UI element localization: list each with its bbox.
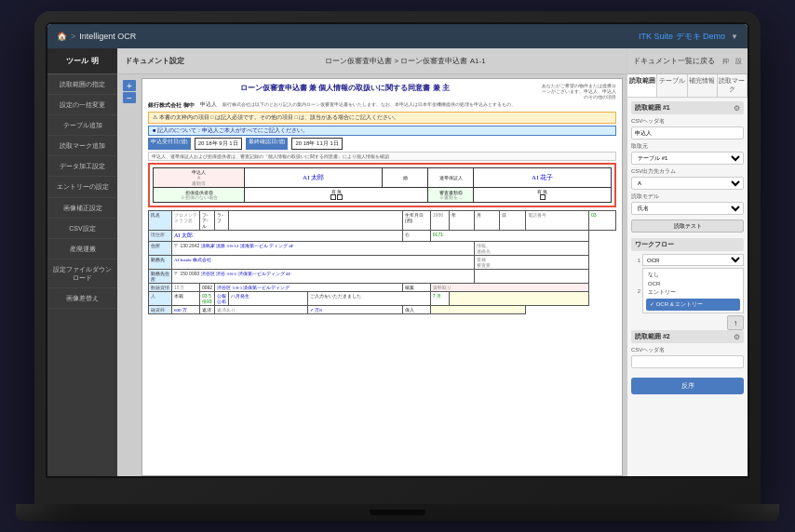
home-icon[interactable]: 🏠 (57, 32, 67, 41)
apply-button[interactable]: 反序 (631, 378, 744, 394)
extraction-1-header: 読取範囲 #1 ⚙ (631, 101, 744, 114)
sidebar-item-add-mark[interactable]: 読取マーク追加 (47, 136, 117, 156)
workflow-option-entry: エントリー (646, 287, 740, 298)
sidebar-item-reading-range[interactable]: 読取範囲の指定 (47, 74, 117, 95)
nav-left-icon[interactable]: 抑 (722, 57, 729, 66)
model-label: 読取モデル (631, 193, 744, 201)
tools-label: ツール 明 (66, 56, 98, 66)
csv-header-input[interactable] (631, 126, 744, 140)
center-area: ドキュメント設定 ローン仮審査申込書 > ローン仮審査申込書 A1-1 + − (117, 48, 627, 478)
zoom-in-button[interactable]: + (123, 80, 136, 91)
csv-col-select[interactable]: A (631, 177, 744, 190)
extraction-2-title: 読取範囲 #2 (635, 332, 670, 341)
fetch-source-label: 取取元 (631, 142, 744, 151)
csv-header-label-2: CSVヘッダ名 (631, 346, 744, 354)
doc-toolbar: ドキュメント設定 ローン仮審査申込書 > ローン仮審査申込書 A1-1 (117, 48, 627, 74)
breadcrumb-separator: > (71, 32, 75, 41)
csv-col-label: CSV出力先カラム (631, 167, 744, 176)
workflow-upload-button[interactable]: ↑ (727, 315, 744, 330)
top-right-area: ITK Suite デモキ Demo ▼ (639, 31, 738, 43)
doc-settings-label: ドキュメント設定 (125, 56, 184, 66)
document-view: + − ローン仮審査申込書 兼 個人情報の取扱いに関する同意書 兼 主 (117, 74, 627, 478)
gear-icon-1[interactable]: ⚙ (734, 104, 740, 113)
workflow-item-2: 2 なし OCR エントリー ✓ OCR & エントリー (631, 268, 744, 313)
test-button[interactable]: 読取テスト (631, 219, 744, 233)
workflow-option-none: なし (646, 270, 740, 280)
sidebar-item-csv-settings[interactable]: CSV設定 (47, 219, 117, 239)
workflow-header: ワークフロー (631, 238, 744, 251)
zoom-out-button[interactable]: − (123, 92, 136, 103)
breadcrumb-current: Intelligent OCR (79, 32, 136, 41)
tab-read-mark[interactable]: 読取マーク (718, 74, 748, 97)
workflow-select-1[interactable]: OCR (642, 254, 744, 266)
workflow-num-2: 2 (631, 288, 640, 294)
workflow-title: ワークフロー (635, 240, 674, 249)
handwritten-name-2: AI 花子 (476, 173, 609, 182)
lower-form-section: 氏名 プロメンテスラフ名 フ‐ア‐ル ラ‐フ 生年月日(西) 1986 年 (148, 210, 616, 314)
right-panel: ドキュメント一覧に戻る 抑 設 読取範囲 テーブル 補完情報 読取マーク (627, 48, 748, 478)
laptop-base (16, 504, 779, 521)
date-value-2: 20 18年 11月 1日 (291, 138, 342, 150)
csv-col-field: CSV出力先カラム A (631, 167, 744, 190)
sidebar-item-batch-change[interactable]: 設定の一括変更 (47, 95, 117, 115)
right-panel-toolbar: ドキュメント一覧に戻る 抑 設 (627, 48, 748, 74)
doc-title-label: ローン仮審査申込書 > ローン仮審査申込書 A1-1 (192, 56, 619, 66)
right-panel-tabs: 読取範囲 テーブル 補完情報 読取マーク (627, 74, 748, 98)
model-select[interactable]: 氏名 (631, 202, 744, 215)
laptop-notch (370, 510, 425, 515)
notice-yellow: ⚠ 本書の太枠内の項目 □ は記入必須です。その他の項目 □ は、該当がある場合… (148, 112, 616, 124)
sidebar-item-data-processing[interactable]: データ加工設定 (47, 156, 117, 177)
workflow-option-ocr: OCR (646, 280, 740, 287)
csv-header-input-2[interactable] (631, 355, 744, 368)
settings-right-icon[interactable]: 設 (735, 57, 742, 66)
sidebar-header: ツール 明 (47, 48, 117, 74)
breadcrumb: 🏠 > Intelligent OCR (57, 32, 136, 41)
top-bar: 🏠 > Intelligent OCR ITK Suite デモキ Demo ▼ (47, 24, 748, 48)
doc-right-header: あなたがご希望の物件または提携ローンがございます。申込人、申込人のその他の項目 (542, 83, 616, 100)
csv-header-field-2: CSVヘッダ名 (631, 346, 744, 368)
checkbox-1[interactable] (330, 194, 336, 200)
bank-name: 銀行株式会社 御中 (148, 101, 195, 110)
extraction-section-2: 読取範囲 #2 ⚙ CSVヘッダ名 (631, 330, 744, 368)
checkbox-3[interactable] (540, 194, 546, 200)
right-panel-back[interactable]: ドキュメント一覧に戻る (633, 56, 715, 66)
workflow-num-1: 1 (631, 258, 640, 263)
workflow-dropdown-2[interactable]: なし OCR エントリー ✓ OCR & エントリー (642, 268, 744, 313)
gear-icon-2[interactable]: ⚙ (734, 333, 740, 341)
date-value-1: 20 18年 9月 1日 (195, 138, 242, 150)
highlighted-form-section: 申込人 A 書類等 AI 太郎 (148, 163, 616, 207)
tab-complement[interactable]: 補完情報 (688, 74, 718, 97)
tab-table[interactable]: テーブル (657, 74, 687, 97)
bank-notice: 銀行株式会社は以下のとおり記入の案内ローン仮審査申込書をいたします。なお、本申込… (222, 101, 616, 110)
date-label-highlight2: 最終確認日(借) (246, 138, 289, 150)
brand-label: ITK Suite デモキ Demo (639, 31, 725, 43)
sidebar-item-entry-settings[interactable]: エントリーの設定 (47, 177, 117, 197)
extraction-1-title: 読取範囲 #1 (635, 103, 670, 113)
workflow-upload-row: ↑ (631, 315, 744, 330)
sidebar-item-waste-transport[interactable]: 産廃運搬 (47, 239, 117, 259)
workflow-item-1: 1 OCR (631, 254, 744, 266)
extraction-section-1: 読取範囲 #1 ⚙ CSVヘッダ名 取取元 テーブル #1 (631, 101, 744, 233)
checkbox-2[interactable] (337, 194, 343, 200)
handwritten-name-1: AI 太郎 (247, 173, 380, 182)
sidebar-item-image-correction[interactable]: 画像補正設定 (47, 198, 117, 219)
dropdown-arrow-icon[interactable]: ▼ (731, 33, 738, 41)
workflow-option-ocr-entry[interactable]: ✓ OCR & エントリー (646, 299, 740, 311)
fetch-source-select[interactable]: テーブル #1 (631, 152, 744, 165)
tab-reading-range[interactable]: 読取範囲 (627, 74, 657, 97)
document-page: ローン仮審査申込書 兼 個人情報の取扱いに関する同意書 兼 主 あなたがご希望の… (141, 78, 623, 476)
fetch-source-field: 取取元 テーブル #1 (631, 142, 744, 165)
sidebar-item-download-settings[interactable]: 設定ファイルダウンロード (47, 259, 117, 288)
bank-row: 銀行株式会社 御中 申込人 銀行株式会社は以下のとおり記入の案内ローン仮審査申込… (148, 101, 616, 110)
right-panel-content: 読取範囲 #1 ⚙ CSVヘッダ名 取取元 テーブル #1 (627, 98, 748, 478)
csv-header-label: CSVヘッダ名 (631, 117, 744, 126)
nav-controls: + − (123, 80, 136, 103)
doc-main-title: ローン仮審査申込書 兼 個人情報の取扱いに関する同意書 兼 主 (148, 83, 542, 93)
sidebar-item-add-table[interactable]: テーブル追加 (47, 115, 117, 136)
left-sidebar: ツール 明 読取範囲の指定 設定の一括変更 テーブル追加 読取マーク追加 (47, 48, 117, 478)
applicant-label: 申込人 (200, 101, 217, 110)
model-field: 読取モデル 氏名 (631, 193, 744, 215)
date-row: 申込受付日(借) 20 18年 9月 1日 最終確認日(借) 20 18年 11… (148, 138, 616, 150)
sidebar-item-replace-image[interactable]: 画像差替え (47, 288, 117, 309)
workflow-section: ワークフロー 1 OCR 2 (631, 238, 744, 330)
